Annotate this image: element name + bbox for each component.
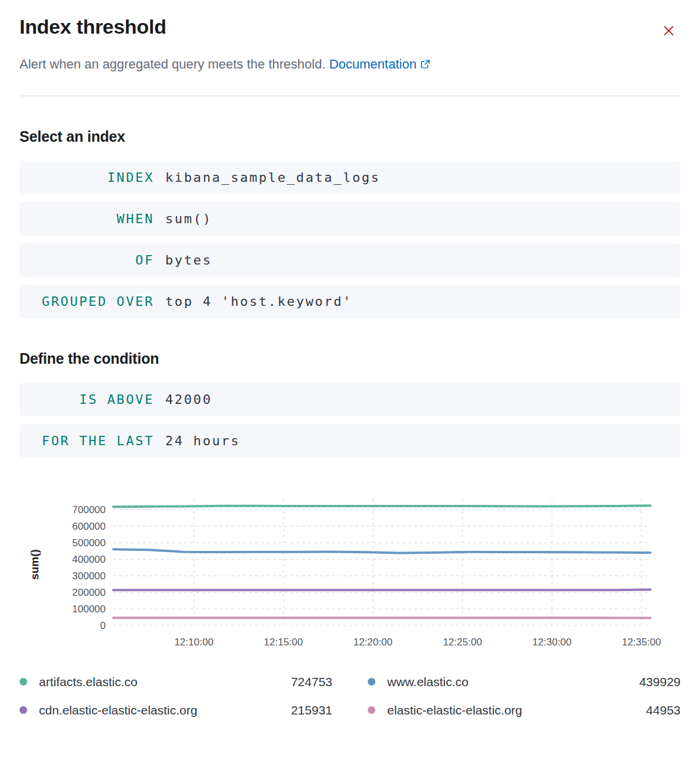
flyout-subtitle: Alert when an aggregated query meets the… (19, 55, 681, 74)
svg-text:100000: 100000 (72, 603, 106, 615)
expression-keyword: OF (19, 253, 154, 267)
svg-text:300000: 300000 (72, 570, 106, 582)
flyout-header: Index threshold (19, 15, 681, 44)
expression-value: bytes (165, 253, 212, 267)
expression-value: 24 hours (165, 433, 240, 448)
legend-dot (19, 706, 27, 714)
svg-text:12:35:00: 12:35:00 (622, 637, 661, 648)
expression-keyword: FOR THE LAST (19, 433, 154, 448)
legend-name: elastic-elastic-elastic.org (387, 703, 522, 717)
legend-value: 44953 (646, 703, 681, 717)
page-title: Index threshold (19, 15, 166, 38)
expression-is-above[interactable]: IS ABOVE 42000 (19, 383, 681, 416)
legend-name: cdn.elastic-elastic-elastic.org (39, 703, 197, 717)
legend-item-elastic[interactable]: elastic-elastic-elastic.org 44953 (368, 703, 681, 717)
chart-plot-area: 0100000200000300000400000500000600000700… (50, 492, 681, 655)
threshold-preview-chart: sum() 0100000200000300000400000500000600… (19, 492, 681, 655)
svg-text:600000: 600000 (72, 521, 106, 532)
svg-text:12:30:00: 12:30:00 (532, 637, 571, 648)
svg-text:400000: 400000 (72, 554, 106, 565)
legend-item-www[interactable]: www.elastic.co 439929 (368, 675, 681, 689)
expression-index[interactable]: INDEX kibana_sample_data_logs (19, 161, 681, 194)
index-threshold-flyout: Index threshold Alert when an aggregated… (0, 0, 700, 741)
documentation-link[interactable]: Documentation (329, 57, 430, 71)
svg-text:12:20:00: 12:20:00 (354, 637, 392, 648)
expression-keyword: WHEN (19, 211, 154, 226)
svg-text:12:15:00: 12:15:00 (264, 637, 303, 648)
expression-grouped-over[interactable]: GROUPED OVER top 4 'host.keyword' (19, 285, 681, 318)
y-axis-label-text: sum() (28, 549, 41, 580)
svg-text:200000: 200000 (72, 587, 106, 598)
svg-text:500000: 500000 (72, 537, 106, 549)
legend-item-artifacts[interactable]: artifacts.elastic.co 724753 (19, 675, 332, 689)
legend-dot (368, 678, 375, 686)
legend-item-cdn[interactable]: cdn.elastic-elastic-elastic.org 215931 (19, 703, 332, 717)
header-divider (19, 96, 681, 96)
expression-keyword: INDEX (19, 170, 154, 185)
expression-when[interactable]: WHEN sum() (19, 202, 681, 236)
legend-name: www.elastic.co (387, 675, 469, 689)
svg-text:700000: 700000 (72, 504, 106, 515)
threshold-chart-svg: 0100000200000300000400000500000600000700… (50, 492, 662, 652)
legend-name: artifacts.elastic.co (39, 675, 138, 689)
svg-text:0: 0 (100, 620, 106, 631)
expression-value: top 4 'host.keyword' (165, 294, 352, 309)
chart-legend: artifacts.elastic.co 724753 www.elastic.… (19, 675, 681, 717)
legend-dot (368, 706, 375, 714)
legend-value: 724753 (291, 675, 332, 689)
expression-for-the-last[interactable]: FOR THE LAST 24 hours (19, 424, 681, 458)
legend-value: 215931 (291, 703, 332, 717)
expression-value: 42000 (165, 392, 212, 407)
close-icon[interactable] (657, 19, 681, 44)
svg-text:12:10:00: 12:10:00 (174, 637, 213, 648)
legend-dot (19, 678, 27, 686)
select-index-heading: Select an index (19, 128, 681, 145)
chart-y-axis-label: sum() (19, 492, 50, 655)
documentation-link-label: Documentation (329, 57, 417, 71)
legend-value: 439929 (639, 675, 681, 689)
close-x-glyph (662, 24, 676, 38)
svg-text:12:25:00: 12:25:00 (443, 637, 482, 648)
expression-keyword: IS ABOVE (19, 392, 154, 407)
expression-keyword: GROUPED OVER (19, 294, 154, 309)
external-link-icon (420, 56, 430, 74)
expression-value: sum() (165, 211, 212, 226)
expression-value: kibana_sample_data_logs (165, 170, 380, 185)
subtitle-text: Alert when an aggregated query meets the… (19, 57, 326, 71)
define-condition-heading: Define the condition (19, 350, 681, 367)
expression-of[interactable]: OF bytes (19, 243, 681, 277)
